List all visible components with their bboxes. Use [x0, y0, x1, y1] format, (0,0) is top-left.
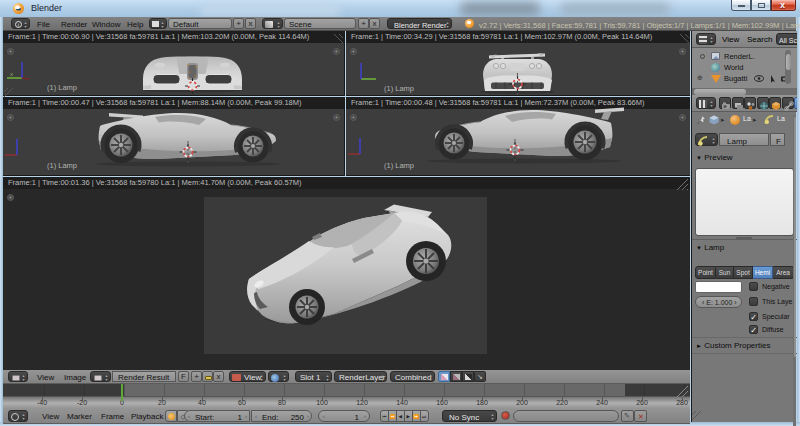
svg-text:x: x [10, 71, 13, 77]
